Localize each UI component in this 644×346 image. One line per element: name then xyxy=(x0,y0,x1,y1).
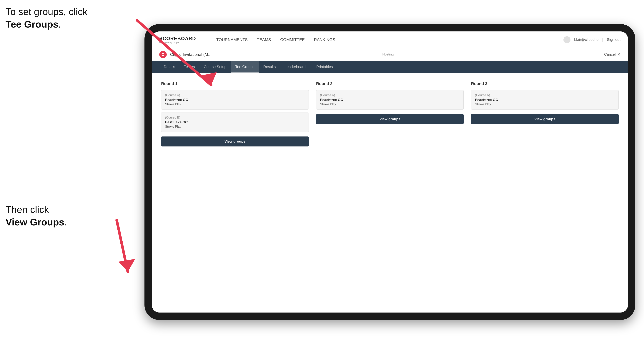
arrow-to-view-groups xyxy=(65,214,158,289)
round-3-course-a-card: (Course A) Peachtree GC Stroke Play xyxy=(471,90,619,110)
cancel-x-icon: ✕ xyxy=(617,52,620,57)
user-email: blair@clippd.io xyxy=(574,37,598,42)
instruction-top-bold: Tee Groups xyxy=(6,19,58,30)
nav-right: blair@clippd.io | Sign out xyxy=(564,36,620,43)
round-2-title: Round 2 xyxy=(316,81,464,86)
round-2-course-a-name: Peachtree GC xyxy=(320,98,460,102)
tab-leaderboards[interactable]: Leaderboards xyxy=(280,61,312,73)
round-3-course-a-format: Stroke Play xyxy=(475,102,615,106)
nav-rankings[interactable]: RANKINGS xyxy=(314,37,335,42)
nav-tournaments[interactable]: TOURNAMENTS xyxy=(216,37,248,42)
hosting-badge: Hosting xyxy=(382,52,394,56)
round-1-course-b-card: (Course B) East Lake GC Stroke Play xyxy=(161,112,309,132)
tab-teams[interactable]: Teams xyxy=(180,61,199,73)
cancel-label: Cancel xyxy=(604,52,616,57)
nav-links: TOURNAMENTS TEAMS COMMITTEE RANKINGS xyxy=(216,37,564,42)
round-1-course-a-card: (Course A) Peachtree GC Stroke Play xyxy=(161,90,309,110)
round-1-title: Round 1 xyxy=(161,81,309,86)
round-3-column: Round 3 (Course A) Peachtree GC Stroke P… xyxy=(471,81,619,147)
sub-header: C Clippd Invitational (M... Hosting Canc… xyxy=(152,48,628,61)
tab-printables[interactable]: Printables xyxy=(312,61,337,73)
round-2-course-a-card: (Course A) Peachtree GC Stroke Play xyxy=(316,90,464,110)
round-1-course-b-name: East Lake GC xyxy=(165,120,305,124)
instruction-bottom-period: . xyxy=(64,217,67,227)
tab-navigation: Details Teams Course Setup Tee Groups Re… xyxy=(152,61,628,73)
round-2-course-a-label: (Course A) xyxy=(320,93,460,97)
round-3-course-a-label: (Course A) xyxy=(475,93,615,97)
round-1-course-b-format: Stroke Play xyxy=(165,125,305,129)
svg-line-2 xyxy=(117,220,128,272)
round-1-course-a-name: Peachtree GC xyxy=(165,98,305,102)
nav-teams[interactable]: TEAMS xyxy=(257,37,271,42)
svg-marker-3 xyxy=(118,259,135,272)
sign-out-link[interactable]: Sign out xyxy=(607,37,620,42)
round-1-course-a-label: (Course A) xyxy=(165,93,305,97)
cancel-button[interactable]: Cancel ✕ xyxy=(604,52,620,57)
rounds-container: Round 1 (Course A) Peachtree GC Stroke P… xyxy=(161,81,619,147)
round-2-column: Round 2 (Course A) Peachtree GC Stroke P… xyxy=(316,81,464,147)
logo-sub: Powered by clippit xyxy=(159,41,196,44)
round-1-column: Round 1 (Course A) Peachtree GC Stroke P… xyxy=(161,81,309,147)
app-navbar: SCOREBOARD Powered by clippit TOURNAMENT… xyxy=(152,31,628,48)
tab-details[interactable]: Details xyxy=(159,61,180,73)
round-2-view-groups-button[interactable]: View groups xyxy=(316,114,464,124)
round-2-course-a-format: Stroke Play xyxy=(320,102,460,106)
nav-committee[interactable]: COMMITTEE xyxy=(280,37,305,42)
round-3-course-a-name: Peachtree GC xyxy=(475,98,615,102)
round-1-course-a-format: Stroke Play xyxy=(165,102,305,106)
instruction-bottom-line1: Then click xyxy=(6,204,49,215)
tab-tee-groups[interactable]: Tee Groups xyxy=(231,61,259,73)
tablet-screen: SCOREBOARD Powered by clippit TOURNAMENT… xyxy=(152,31,628,313)
round-1-course-b-label: (Course B) xyxy=(165,116,305,120)
instruction-top-line1: To set groups, click xyxy=(6,6,88,17)
instruction-top-period: . xyxy=(58,19,61,30)
logo-area: SCOREBOARD Powered by clippit xyxy=(159,36,205,44)
tournament-name: Clippd Invitational (M... xyxy=(170,52,380,57)
round-1-view-groups-button[interactable]: View groups xyxy=(161,137,309,147)
instruction-bottom: Then click View Groups. xyxy=(6,203,67,228)
round-3-title: Round 3 xyxy=(471,81,619,86)
main-content: Round 1 (Course A) Peachtree GC Stroke P… xyxy=(152,73,628,313)
tournament-logo: C xyxy=(159,51,167,58)
tab-course-setup[interactable]: Course Setup xyxy=(199,61,231,73)
tablet-device: SCOREBOARD Powered by clippit TOURNAMENT… xyxy=(144,24,635,320)
user-avatar xyxy=(564,36,570,43)
tab-results[interactable]: Results xyxy=(259,61,280,73)
round-3-view-groups-button[interactable]: View groups xyxy=(471,114,619,124)
logo-text: SCOREBOARD xyxy=(159,36,196,41)
instruction-top: To set groups, click Tee Groups. xyxy=(6,5,88,30)
instruction-bottom-bold: View Groups xyxy=(6,217,64,227)
